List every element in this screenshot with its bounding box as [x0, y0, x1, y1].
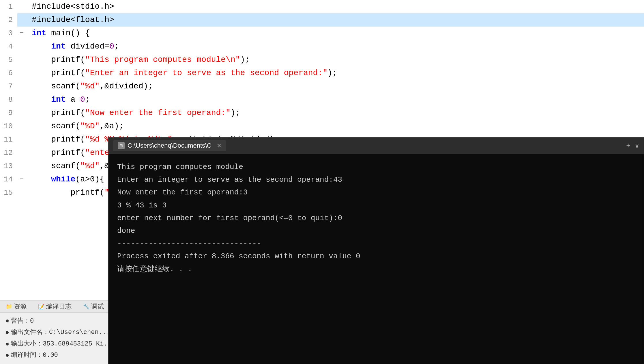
code-segment: int — [51, 40, 65, 53]
line-marker — [17, 40, 26, 53]
terminal-tab[interactable]: ⊞ C:\Users\chenq\Documents\C ✕ — [113, 140, 226, 151]
code-segment: int — [51, 93, 65, 106]
bottom-tab[interactable]: 📁资源 — [3, 301, 29, 312]
code-segment: ; — [114, 40, 119, 53]
line-marker — [17, 80, 26, 93]
code-content: scanf("%D",&a); — [26, 120, 644, 133]
dropdown-button[interactable]: ∨ — [635, 142, 639, 150]
code-segment: ); — [240, 53, 250, 66]
code-segment: scanf( — [32, 159, 80, 173]
line-number: 11 — [0, 133, 17, 146]
bottom-tab[interactable]: 📝编译日志 — [35, 301, 74, 312]
code-segment: a= — [66, 93, 80, 106]
bullet-icon — [6, 343, 9, 346]
code-content: int divided=0; — [26, 40, 644, 53]
line-number: 6 — [0, 66, 17, 80]
code-segment: (a>0){ — [75, 173, 104, 186]
line-marker: − — [17, 27, 26, 40]
tab-icon: 🔧 — [83, 303, 89, 310]
line-marker: − — [17, 173, 26, 186]
terminal-controls: + ∨ — [626, 142, 639, 150]
code-content: scanf("%d",&divided); — [26, 80, 644, 93]
code-content: int main() { — [26, 27, 644, 40]
line-marker — [17, 66, 26, 80]
terminal-title: C:\Users\chenq\Documents\C — [128, 142, 211, 149]
code-line: 5 printf("This program computes module\n… — [0, 53, 644, 66]
line-number: 2 — [0, 13, 17, 27]
line-number: 4 — [0, 40, 17, 53]
code-line: 1#include<stdio.h> — [0, 0, 644, 13]
code-segment: "This program computes module\n" — [85, 53, 240, 66]
code-segment: "Now enter the first operand:" — [85, 106, 231, 120]
editor-area: 1#include<stdio.h>2#include<float.h>3−in… — [0, 0, 644, 364]
tab-icon: 📝 — [38, 303, 44, 310]
code-segment: 0 — [80, 93, 85, 106]
line-number: 5 — [0, 53, 17, 66]
line-marker — [17, 199, 26, 202]
code-segment: ,&divided); — [100, 80, 153, 93]
line-marker — [17, 146, 26, 159]
line-number: 7 — [0, 80, 17, 93]
code-segment: printf( — [32, 199, 104, 202]
terminal-titlebar: ⊞ C:\Users\chenq\Documents\C ✕ + ∨ — [108, 138, 644, 154]
terminal-line: enter next number for first operand(<=0 … — [117, 212, 635, 224]
code-segment: #include<stdio.h> — [32, 0, 114, 13]
code-segment: printf( — [32, 106, 85, 120]
code-segment — [32, 40, 51, 53]
terminal-close-button[interactable]: ✕ — [217, 142, 222, 149]
code-segment: printf( — [32, 53, 85, 66]
line-marker — [17, 186, 26, 199]
code-content: #include<float.h> — [26, 13, 644, 27]
line-number: 9 — [0, 106, 17, 120]
line-number: 8 — [0, 93, 17, 106]
code-content: printf("Now enter the first operand:"); — [26, 106, 644, 120]
line-number: 16 — [0, 199, 17, 202]
line-marker — [17, 0, 26, 13]
code-segment: ); — [231, 106, 240, 120]
terminal-line: 请按任意键继续. . . — [117, 263, 635, 276]
code-segment: while — [51, 173, 75, 186]
code-content: int a=0; — [26, 93, 644, 106]
code-segment: "Enter an integer to serve as the second… — [85, 66, 327, 80]
line-marker — [17, 93, 26, 106]
content-text: 警告：0 — [11, 315, 34, 327]
code-content: #include<stdio.h> — [26, 0, 644, 13]
code-line: 10 scanf("%D",&a); — [0, 120, 644, 133]
code-segment: ,&a); — [100, 120, 124, 133]
code-segment: 0 — [109, 40, 114, 53]
code-segment: scanf( — [32, 80, 80, 93]
code-segment: ; — [85, 93, 90, 106]
code-segment — [32, 93, 51, 106]
line-marker — [17, 133, 26, 146]
code-segment — [32, 173, 51, 186]
line-marker — [17, 53, 26, 66]
code-content: printf("This program computes module\n")… — [26, 53, 644, 66]
code-segment: ); — [327, 66, 337, 80]
content-text: 输出文件名：C:\Users\chen... — [11, 327, 110, 338]
line-marker — [17, 159, 26, 173]
tab-label: 调试 — [91, 302, 104, 311]
code-line: 7 scanf("%d",&divided); — [0, 80, 644, 93]
terminal-tab-icon: ⊞ — [118, 142, 125, 149]
code-segment: #include<float.h> — [32, 13, 114, 27]
content-text: 编译时间：0.00 — [11, 350, 58, 361]
tab-label: 编译日志 — [46, 302, 72, 311]
line-number: 15 — [0, 186, 17, 199]
terminal-line: This program computes module — [117, 161, 635, 173]
code-segment: divided= — [66, 40, 109, 53]
line-number: 10 — [0, 120, 17, 133]
code-segment: int — [32, 27, 46, 40]
line-number: 3 — [0, 27, 17, 40]
bottom-tab[interactable]: 🔧调试 — [80, 301, 107, 312]
code-segment: "%d" — [80, 80, 100, 93]
line-marker — [17, 106, 26, 120]
code-line: 3−int main() { — [0, 27, 644, 40]
terminal-line: done — [117, 224, 635, 237]
tab-label: 资源 — [14, 302, 27, 311]
code-line: 4 int divided=0; — [0, 40, 644, 53]
add-tab-button[interactable]: + — [626, 142, 630, 150]
code-line: 8 int a=0; — [0, 93, 644, 106]
line-number: 1 — [0, 0, 17, 13]
line-marker — [17, 13, 26, 27]
code-content: printf("Enter an integer to serve as the… — [26, 66, 644, 80]
